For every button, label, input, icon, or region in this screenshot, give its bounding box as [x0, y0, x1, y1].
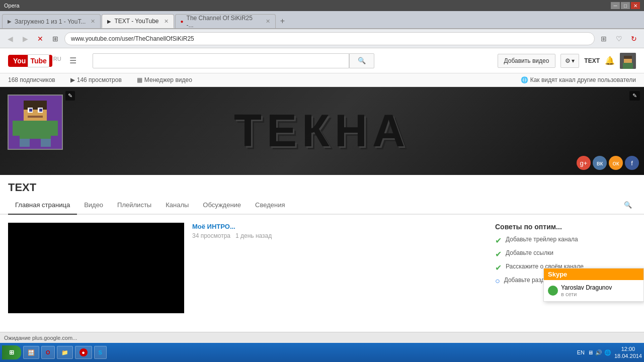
circle-icon-4: ○: [495, 277, 500, 286]
check-icon-1: ✔: [495, 236, 502, 245]
tab-3[interactable]: ● The Channel Of SiKiR25 -... ✕: [175, 14, 276, 28]
tab-1-icon: ▶: [8, 19, 12, 24]
video-manager-link[interactable]: ▦ Менеджер видео: [137, 76, 192, 83]
tab-playlists[interactable]: Плейлисты: [110, 196, 158, 215]
video-thumbnail[interactable]: [8, 223, 184, 313]
hamburger-icon[interactable]: ☰: [69, 56, 76, 65]
svg-rect-3: [623, 63, 633, 69]
video-section: Моё ИНТРО... 34 просмотра 1 день назад: [8, 223, 487, 297]
sidebar-item-1: ✔ Добавьте трейлер канала: [495, 236, 636, 245]
language-indicator: EN: [577, 349, 585, 355]
tab-channels[interactable]: Каналы: [158, 196, 196, 215]
clock[interactable]: 12:00 18.04.2014: [614, 345, 642, 360]
search-input[interactable]: [93, 53, 349, 68]
svg-rect-9: [41, 139, 51, 147]
grid-button[interactable]: ⊞: [49, 33, 61, 45]
browser-title: Opera: [4, 3, 20, 9]
settings-button[interactable]: ⚙ ▾: [560, 54, 579, 68]
user-avatar[interactable]: [620, 53, 636, 69]
views-stat[interactable]: ▶ 146 просмотров: [70, 76, 122, 83]
video-info: Моё ИНТРО... 34 просмотра 1 день назад: [184, 223, 487, 313]
views-icon: ▶: [70, 76, 75, 83]
tab-1[interactable]: ▶ Загружено 1 из 1 - YouT... ✕: [2, 14, 101, 28]
skype-notification: Skype Yaroslav Dragunov в сети: [543, 268, 644, 302]
start-button[interactable]: ⊞: [2, 345, 21, 359]
video-title-link[interactable]: Моё ИНТРО...: [192, 223, 487, 230]
search-button[interactable]: 🔍: [349, 53, 374, 68]
channel-banner: ТЕКНА: [0, 87, 644, 175]
view-as-others-link[interactable]: 🌐 Как видят канал другие пользователи: [521, 76, 636, 83]
address-bar[interactable]: www.youtube.com/user/TheChanellOfSiKiR25: [64, 32, 595, 45]
odnoklassniki-icon[interactable]: ок: [609, 156, 623, 170]
globe-icon: 🌐: [521, 76, 528, 83]
tab-about[interactable]: Сведения: [248, 196, 292, 215]
banner-background: ТЕКНА: [0, 87, 644, 175]
tab-3-label: The Channel Of SiKiR25 -...: [187, 15, 261, 29]
skype-user-icon: [548, 286, 558, 296]
gear-icon: ⚙: [565, 57, 571, 64]
check-icon-2: ✔: [495, 249, 502, 259]
views-label: 146 просмотров: [77, 76, 122, 83]
page-content: YouTube RU ☰ 🔍 Добавить видео ⚙ ▾ TEXT 🔔: [0, 48, 644, 332]
browser-frame: Opera ─ □ ✕ ▶ Загружено 1 из 1 - YouT...…: [0, 0, 644, 362]
facebook-icon[interactable]: f: [625, 156, 639, 170]
tab-2-close[interactable]: ✕: [164, 18, 169, 25]
url-text: www.youtube.com/user/TheChanellOfSiKiR25: [71, 35, 194, 42]
skype-status: в сети: [561, 291, 612, 297]
check-icon-3: ✔: [495, 263, 502, 273]
bookmark-icon[interactable]: ♡: [613, 33, 625, 45]
search-icon: 🔍: [358, 57, 366, 64]
subscribers-stat[interactable]: 168 подписчиков: [8, 76, 55, 83]
video-manager-label: Менеджер видео: [144, 76, 192, 83]
taskbar-app-opera[interactable]: O: [41, 346, 55, 359]
tab-videos[interactable]: Видео: [77, 196, 110, 215]
taskbar-icon-2: 🔊: [595, 349, 602, 356]
video-meta: 34 просмотра 1 день назад: [192, 232, 487, 239]
view-as-label: Как видят канал другие пользователи: [530, 76, 636, 83]
social-links: g+ вк ок f: [577, 156, 639, 170]
tab-2-icon: ▶: [107, 19, 111, 24]
new-tab-button[interactable]: +: [277, 15, 289, 27]
svg-rect-8: [20, 139, 30, 147]
stop-button[interactable]: ✕: [34, 33, 46, 45]
banner-edit-button[interactable]: ✎: [629, 91, 640, 101]
taskbar-app-1[interactable]: 🪟: [23, 346, 39, 359]
tab-1-close[interactable]: ✕: [91, 18, 95, 25]
opera-sync-icon[interactable]: ↻: [628, 33, 640, 45]
avatar-edit-button[interactable]: ✎: [65, 91, 75, 101]
channel-search-icon[interactable]: 🔍: [620, 197, 636, 213]
window-controls: ─ □ ✕: [611, 2, 640, 9]
upload-button[interactable]: Добавить видео: [498, 54, 556, 68]
skype-user-info: Yaroslav Dragunov в сети: [561, 284, 612, 297]
taskbar-system-icons: 🖥 🔊 🌐: [588, 349, 611, 356]
skype-user-item[interactable]: Yaroslav Dragunov в сети: [544, 280, 643, 301]
tab-2[interactable]: ▶ TEXT - YouTube ✕: [102, 14, 174, 28]
youtube-logo[interactable]: YouTube RU: [8, 55, 61, 67]
channel-tabs: Главная страница Видео Плейлисты Каналы …: [0, 196, 644, 215]
skype-header: Skype: [544, 268, 643, 280]
forward-button[interactable]: ▶: [19, 33, 31, 45]
grid-icon[interactable]: ⊞: [598, 33, 610, 45]
username-label: TEXT: [584, 57, 600, 64]
tab-1-label: Загружено 1 из 1 - YouT...: [15, 18, 86, 25]
channel-avatar[interactable]: [8, 95, 63, 150]
status-text: Ожидание plus.google.com...: [4, 335, 640, 341]
google-plus-icon[interactable]: g+: [577, 156, 591, 170]
tab-home[interactable]: Главная страница: [8, 196, 77, 215]
taskbar-app-skype[interactable]: S: [94, 346, 107, 359]
close-button[interactable]: ✕: [631, 2, 640, 9]
taskbar-app-explorer[interactable]: 📁: [57, 346, 73, 359]
minimize-button[interactable]: ─: [611, 2, 620, 9]
notification-bell-icon[interactable]: 🔔: [605, 56, 615, 65]
back-button[interactable]: ◀: [4, 33, 16, 45]
channel-stats-bar: 168 подписчиков ▶ 146 просмотров ▦ Менед…: [0, 73, 644, 87]
maximize-button[interactable]: □: [621, 2, 630, 9]
tab-3-close[interactable]: ✕: [266, 18, 270, 25]
vkontakte-icon[interactable]: вк: [593, 156, 607, 170]
youtube-logo-box: YouTube: [8, 55, 52, 67]
svg-rect-6: [24, 101, 47, 110]
taskbar-app-media[interactable]: ●: [75, 346, 92, 359]
tab-discussion[interactable]: Обсуждение: [196, 196, 248, 215]
sidebar-title: Советы по оптим...: [495, 223, 636, 231]
date-display: 18.04.2014: [614, 352, 642, 359]
